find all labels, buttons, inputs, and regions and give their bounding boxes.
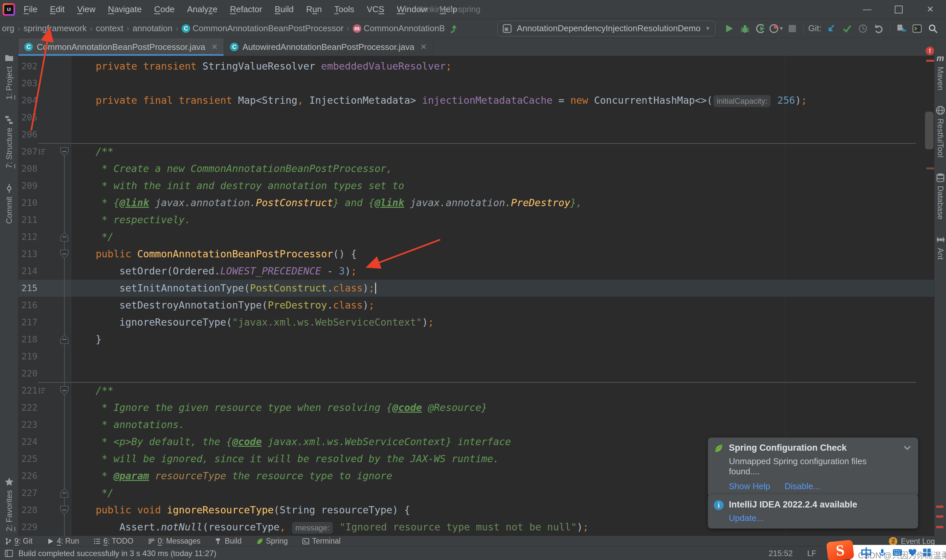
toolwindow-button-0-messages[interactable]: 0: Messages <box>148 537 200 546</box>
notification-balloon[interactable]: Spring Configuration CheckUnmapped Sprin… <box>708 438 918 497</box>
chevron-down-icon[interactable] <box>902 443 912 453</box>
gutter-cell[interactable]: 211 <box>18 211 71 228</box>
gutter-cell[interactable]: 215 <box>18 280 71 297</box>
code-line-216[interactable]: 216 setDestroyAnnotationType(PreDestroy.… <box>18 297 934 314</box>
code-text[interactable]: * annotations. <box>72 416 185 433</box>
line-number[interactable]: 227 <box>18 485 37 502</box>
code-line-214[interactable]: 214 setOrder(Ordered.LOWEST_PRECEDENCE -… <box>18 263 934 280</box>
code-text[interactable]: * Ignore the given resource type when re… <box>72 399 487 416</box>
line-number[interactable]: 211 <box>18 211 37 228</box>
gutter-cell[interactable]: 224 <box>18 433 71 450</box>
gutter-cell[interactable]: 228 <box>18 502 71 518</box>
search-button[interactable] <box>925 22 941 36</box>
gutter-cell[interactable]: 214 <box>18 263 71 280</box>
menu-view[interactable]: View <box>73 3 100 16</box>
toolwindow-button-4-run[interactable]: 4: Run <box>47 537 79 546</box>
terminal-button[interactable] <box>909 22 925 36</box>
code-line-212[interactable]: 212 */ <box>18 228 934 246</box>
code-text[interactable]: * respectively. <box>72 211 191 228</box>
run-configuration-select[interactable]: AnnotationDependencyInjectionResolutionD… <box>497 21 715 37</box>
line-number[interactable]: 206 <box>18 126 37 143</box>
code-line-222[interactable]: 222 * Ignore the given resource type whe… <box>18 399 934 416</box>
fold-marker-down[interactable] <box>60 386 69 397</box>
toolwindow-button-spring[interactable]: Spring <box>256 537 288 546</box>
gutter-cell[interactable]: 207 <box>18 143 71 160</box>
git-rollback-button[interactable] <box>871 22 887 36</box>
javadoc-gutter-icon[interactable] <box>38 148 47 157</box>
line-number[interactable]: 226 <box>18 468 37 485</box>
gutter-cell[interactable]: 226 <box>18 468 71 485</box>
line-number[interactable]: 216 <box>18 297 37 314</box>
gutter-cell[interactable]: 217 <box>18 314 71 331</box>
toolwindow-button-maven[interactable]: mMaven <box>936 53 945 90</box>
run-button[interactable] <box>721 22 737 36</box>
code-line-207[interactable]: 207 /** <box>18 143 934 160</box>
line-number[interactable]: 228 <box>18 502 37 518</box>
code-line-204[interactable]: 204 private final transient Map<String, … <box>18 92 934 109</box>
code-line-219[interactable]: 219 <box>18 348 934 365</box>
code-text[interactable]: setOrder(Ordered.LOWEST_PRECEDENCE - 3); <box>72 263 357 280</box>
toolwindow-button-9-git[interactable]: 9: Git <box>5 537 32 546</box>
code-text[interactable]: * Create a new CommonAnnotationBeanPostP… <box>72 160 392 177</box>
notification-balloon[interactable]: iIntelliJ IDEA 2022.2.4 availableUpdate.… <box>708 494 918 528</box>
code-line-213[interactable]: 213 public CommonAnnotationBeanPostProce… <box>18 246 934 263</box>
line-number[interactable]: 220 <box>18 365 37 382</box>
close-button[interactable]: ✕ <box>914 0 946 19</box>
gutter-cell[interactable]: 205 <box>18 109 71 126</box>
breadcrumb-item[interactable]: annotation <box>133 23 173 34</box>
profiler-button[interactable]: ▼ <box>769 22 784 36</box>
toolwindow-button-database[interactable]: Database <box>935 173 945 220</box>
fold-marker-down[interactable] <box>60 506 69 516</box>
line-number[interactable]: 209 <box>18 177 37 194</box>
code-line-217[interactable]: 217 ignoreResourceType("javax.xml.ws.Web… <box>18 314 934 331</box>
code-line-206[interactable]: 206 <box>18 126 934 143</box>
code-line-220[interactable]: 220 <box>18 365 934 382</box>
gutter-cell[interactable]: 210 <box>18 194 71 211</box>
line-number[interactable]: 217 <box>18 314 37 331</box>
gutter-cell[interactable]: 220 <box>18 365 71 382</box>
warning-stripe-mark[interactable] <box>926 168 934 169</box>
code-line-209[interactable]: 209 * with the init and destroy annotati… <box>18 177 934 194</box>
code-text[interactable]: * with the init and destroy annotation t… <box>72 177 404 194</box>
code-text[interactable]: /** <box>72 382 113 399</box>
code-text[interactable]: Assert.notNull(resourceType, message: "I… <box>72 518 589 536</box>
line-number[interactable]: 223 <box>18 416 37 433</box>
close-icon[interactable]: ✕ <box>420 42 427 52</box>
code-line-221[interactable]: 221 /** <box>18 382 934 399</box>
tab-AutowiredAnnotationBeanPostProcessor.java[interactable]: CAutowiredAnnotationBeanPostProcessor.ja… <box>224 38 433 56</box>
code-text[interactable]: */ <box>72 485 113 502</box>
line-number[interactable]: 215 <box>18 280 37 297</box>
notification-link[interactable]: Show Help <box>729 481 770 491</box>
toolwindow-button-1-project[interactable]: 1: Project <box>4 53 14 100</box>
line-number[interactable]: 208 <box>18 160 37 177</box>
menu-edit[interactable]: Edit <box>46 3 69 16</box>
line-number[interactable]: 221 <box>18 382 37 399</box>
line-number[interactable]: 213 <box>18 246 37 263</box>
breadcrumb-item[interactable]: springframework <box>24 23 87 34</box>
code-line-203[interactable]: 203 <box>18 75 934 92</box>
line-number[interactable]: 229 <box>18 518 37 536</box>
layout-icon[interactable] <box>5 549 13 558</box>
code-line-215[interactable]: 215 setInitAnnotationType(PostConstruct.… <box>18 280 934 297</box>
code-text[interactable]: /** <box>72 143 113 160</box>
gutter-cell[interactable]: 202 <box>18 58 71 75</box>
line-number[interactable]: 202 <box>18 58 37 75</box>
close-icon[interactable]: ✕ <box>211 42 218 52</box>
line-number[interactable]: 203 <box>18 75 37 92</box>
code-text[interactable]: public CommonAnnotationBeanPostProcessor… <box>72 246 357 263</box>
code-line-211[interactable]: 211 * respectively. <box>18 211 934 228</box>
gutter-cell[interactable]: 229 <box>18 518 71 536</box>
structure-button[interactable] <box>894 22 909 36</box>
code-text[interactable]: } <box>72 331 102 348</box>
breadcrumb-item[interactable]: m CommonAnnotationB <box>353 23 445 34</box>
line-number[interactable]: 210 <box>18 194 37 211</box>
error-stripe-mark[interactable] <box>926 60 934 62</box>
code-text[interactable]: private transient StringValueResolver em… <box>72 58 451 75</box>
code-line-210[interactable]: 210 * {@link javax.annotation.PostConstr… <box>18 194 934 211</box>
gutter-cell[interactable]: 203 <box>18 75 71 92</box>
line-number[interactable]: 204 <box>18 92 37 109</box>
menu-run[interactable]: Run <box>302 3 326 16</box>
caret-position-widget[interactable]: 215:52 <box>769 549 793 558</box>
javadoc-gutter-icon[interactable] <box>38 386 47 396</box>
code-text[interactable]: * {@link javax.annotation.PostConstruct}… <box>72 194 582 211</box>
